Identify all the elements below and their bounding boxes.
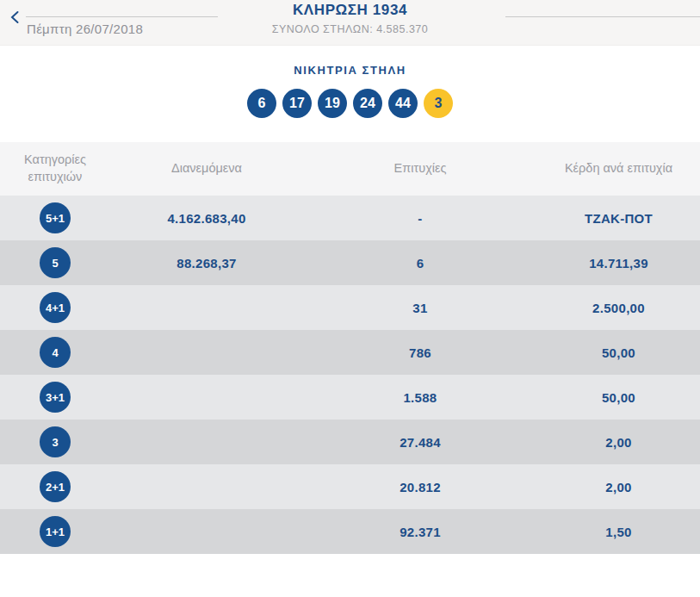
wins-value: 31 [303, 301, 537, 315]
category-badge: 1+1 [40, 516, 71, 547]
winning-column-section: ΝΙΚΗΤΡΙΑ ΣΤΗΛΗ 6 17 19 24 44 3 [0, 46, 700, 118]
total-columns: ΣΥΝΟΛΟ ΣΤΗΛΩΝ: 4.585.370 [0, 23, 700, 35]
total-columns-label: ΣΥΝΟΛΟ ΣΤΗΛΩΝ: [272, 23, 376, 35]
table-row: 4 786 50,00 [0, 330, 700, 375]
prize-value: ΤΖΑΚ-ΠΟΤ [537, 211, 700, 226]
category-badge: 4 [40, 337, 71, 368]
category-badge: 2+1 [40, 471, 71, 502]
winning-column-label: ΝΙΚΗΤΡΙΑ ΣΤΗΛΗ [0, 64, 700, 77]
wins-value: 786 [303, 345, 537, 360]
col-header-category: Κατηγορίες επιτυχιών [0, 152, 110, 185]
table-row: 3+1 1.588 50,00 [0, 375, 700, 420]
title-block: ΚΛΗΡΩΣΗ 1934 ΣΥΝΟΛΟ ΣΤΗΛΩΝ: 4.585.370 [0, 2, 700, 35]
table-row: 3 27.484 2,00 [0, 420, 700, 464]
table-row: 5 88.268,37 6 14.711,39 [0, 240, 700, 285]
distributed-value: 88.268,37 [110, 256, 303, 271]
header-bar: Πέμπτη 26/07/2018 ΚΛΗΡΩΣΗ 1934 ΣΥΝΟΛΟ ΣΤ… [0, 0, 700, 46]
prize-value: 1,50 [537, 525, 700, 539]
results-table: Κατηγορίες επιτυχιών Διανεμόμενα Επιτυχί… [0, 142, 700, 554]
winning-number-ball: 19 [318, 89, 347, 118]
winning-number-ball: 44 [388, 89, 418, 118]
category-badge: 5+1 [40, 202, 71, 233]
results-table-header: Κατηγορίες επιτυχιών Διανεμόμενα Επιτυχί… [0, 142, 700, 196]
prize-value: 2,00 [537, 480, 700, 494]
distributed-value: 4.162.683,40 [110, 211, 303, 226]
category-badge: 3+1 [40, 382, 71, 413]
winning-number-ball: 6 [247, 89, 276, 118]
prize-value: 2.500,00 [537, 301, 700, 315]
prize-value: 14.711,39 [537, 256, 700, 271]
joker-number-ball: 3 [424, 89, 453, 118]
wins-value: - [303, 211, 537, 226]
table-row: 4+1 31 2.500,00 [0, 285, 700, 330]
category-badge: 4+1 [40, 292, 71, 323]
results-table-body: 5+1 4.162.683,40 - ΤΖΑΚ-ΠΟΤ 5 88.268,37 … [0, 196, 700, 554]
wins-value: 20.812 [303, 480, 537, 494]
prize-value: 2,00 [537, 435, 700, 450]
table-row: 2+1 20.812 2,00 [0, 464, 700, 509]
table-row: 1+1 92.371 1,50 [0, 509, 700, 554]
draw-title: ΚΛΗΡΩΣΗ 1934 [0, 2, 700, 19]
wins-value: 6 [303, 256, 537, 271]
winning-number-ball: 17 [282, 89, 312, 118]
total-columns-value: 4.585.370 [376, 23, 428, 35]
winning-numbers: 6 17 19 24 44 3 [0, 89, 700, 118]
prize-value: 50,00 [537, 345, 700, 360]
category-badge: 5 [40, 247, 71, 278]
wins-value: 92.371 [303, 525, 537, 539]
category-badge: 3 [40, 426, 71, 457]
table-row: 5+1 4.162.683,40 - ΤΖΑΚ-ΠΟΤ [0, 196, 700, 240]
joker-draw-results-page: Πέμπτη 26/07/2018 ΚΛΗΡΩΣΗ 1934 ΣΥΝΟΛΟ ΣΤ… [0, 0, 700, 597]
wins-value: 27.484 [303, 435, 537, 450]
col-header-prize: Κέρδη ανά επιτυχία [537, 160, 700, 177]
winning-number-ball: 24 [353, 89, 382, 118]
col-header-wins: Επιτυχίες [303, 160, 537, 177]
col-header-distributed: Διανεμόμενα [110, 160, 303, 177]
prize-value: 50,00 [537, 390, 700, 405]
wins-value: 1.588 [303, 390, 537, 405]
